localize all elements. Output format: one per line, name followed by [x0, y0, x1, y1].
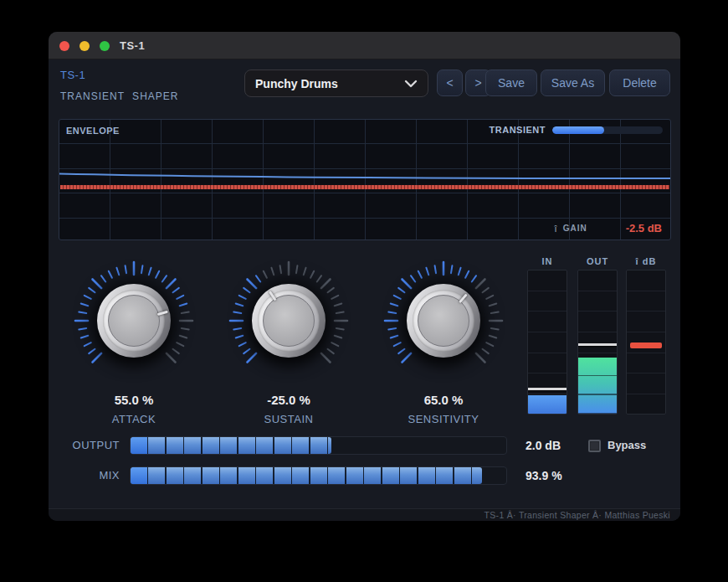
mix-slider[interactable]	[130, 466, 507, 485]
in-level-meter	[527, 270, 567, 415]
zoom-window-button[interactable]	[100, 41, 110, 51]
title-bar: TS-1	[49, 32, 680, 59]
mix-label: MIX	[49, 466, 120, 485]
in-meter-fill	[528, 395, 567, 414]
gain-label: GAIN	[563, 224, 587, 233]
footer-credit: TS-1 Â· Transient Shaper Â· Matthias Pue…	[49, 508, 680, 521]
sustain-knob-body[interactable]	[252, 284, 326, 358]
close-window-button[interactable]	[59, 41, 69, 51]
attack-knob[interactable]	[71, 258, 197, 384]
plugin-window: TS-1 TS-1 TRANSIENT SHAPER Punchy Drums …	[49, 32, 680, 521]
attack-value: 55.0 %	[71, 393, 197, 407]
sustain-value: -25.0 %	[226, 393, 351, 407]
attack-label: ATTACK	[71, 413, 197, 425]
transient-control: TRANSIENT	[490, 125, 663, 135]
save-as-button[interactable]: Save As	[541, 70, 605, 96]
out-meter-label: OUT	[577, 256, 618, 266]
output-slider[interactable]	[130, 436, 507, 455]
out-level-meter	[577, 270, 618, 415]
chevron-down-icon	[404, 80, 418, 88]
transient-slider[interactable]	[552, 126, 663, 134]
gain-db-meter-label: î dB	[626, 256, 666, 266]
save-as-label: Save As	[541, 70, 604, 95]
save-button[interactable]: Save	[485, 70, 537, 96]
gain-readout: î GAIN -2.5 dB	[555, 222, 662, 234]
sensitivity-knob-body[interactable]	[407, 284, 480, 358]
out-meter-fill	[578, 358, 617, 414]
envelope-label: ENVELOPE	[66, 126, 120, 136]
knob-pointer	[459, 293, 468, 303]
preset-prev-button[interactable]: <	[437, 70, 463, 96]
sustain-label: SUSTAIN	[226, 413, 351, 425]
knob-pointer	[157, 310, 168, 315]
sustain-knob[interactable]	[226, 258, 351, 384]
mix-slider-fill	[131, 467, 482, 484]
preset-select[interactable]: Punchy Drums	[244, 70, 428, 97]
app-subtitle: TRANSIENT SHAPER	[60, 90, 178, 102]
minimize-window-button[interactable]	[79, 41, 90, 51]
mix-value: 93.9 %	[525, 466, 601, 485]
preset-prev-label: <	[438, 70, 462, 95]
delete-label: Delete	[610, 70, 669, 95]
transient-slider-fill	[552, 126, 604, 134]
sensitivity-knob[interactable]	[381, 258, 506, 384]
gain-value[interactable]: -2.5 dB	[626, 222, 662, 234]
gain-reduction-marker	[630, 343, 662, 348]
window-title: TS-1	[120, 32, 145, 59]
bypass-label: Bypass	[608, 436, 646, 455]
output-slider-fill	[131, 437, 331, 454]
preset-selected-value: Punchy Drums	[255, 77, 404, 90]
gain-arrow-icon: î	[555, 224, 557, 234]
gain-reduction-meter	[626, 270, 666, 415]
in-meter-peak-line	[528, 388, 567, 390]
save-label: Save	[486, 70, 536, 95]
out-meter-peak-line	[578, 343, 617, 346]
envelope-display: ENVELOPE TRANSIENT î GAIN -2.5 dB	[59, 119, 671, 240]
transient-label: TRANSIENT	[490, 125, 546, 135]
sensitivity-value: 65.0 %	[381, 393, 506, 407]
gain-reduction-trace	[60, 185, 669, 189]
in-meter-label: IN	[527, 256, 567, 266]
delete-button[interactable]: Delete	[609, 70, 670, 96]
attack-knob-body[interactable]	[97, 284, 171, 358]
app-name: TS-1	[60, 69, 85, 81]
output-label: OUTPUT	[49, 436, 120, 455]
sensitivity-label: SENSITIVITY	[381, 413, 506, 425]
knob-pointer	[268, 291, 276, 301]
bypass-checkbox[interactable]	[588, 440, 601, 452]
